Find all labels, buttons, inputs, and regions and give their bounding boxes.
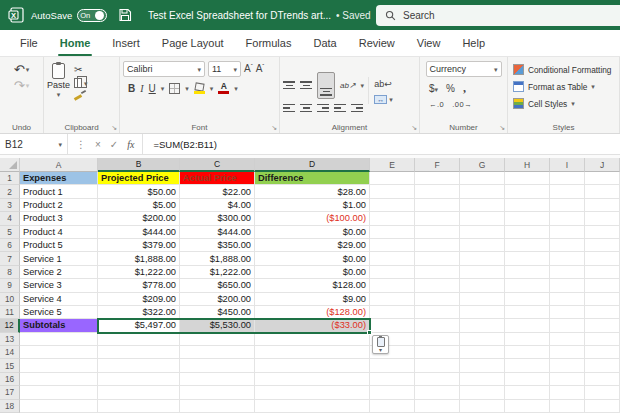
cell-I9[interactable] [550,279,585,292]
cell-H12[interactable] [505,319,550,332]
cell-C5[interactable]: $444.00 [180,226,255,239]
cell-D5[interactable]: $0.00 [255,226,370,239]
cell-J18[interactable] [585,400,620,413]
cell-G14[interactable] [460,346,505,359]
cell-D17[interactable] [255,386,370,399]
row-header-12[interactable]: 12 [0,319,20,332]
row-header-6[interactable]: 6 [0,239,20,252]
cell-H10[interactable] [505,293,550,306]
cell-I11[interactable] [550,306,585,319]
column-header-A[interactable]: A [20,158,98,172]
cell-C6[interactable]: $350.00 [180,239,255,252]
cell-B2[interactable]: $50.00 [98,185,180,198]
cell-B13[interactable] [98,333,180,346]
cell-G18[interactable] [460,400,505,413]
cell-I6[interactable] [550,239,585,252]
cell-C14[interactable] [180,346,255,359]
cell-F7[interactable] [415,252,460,265]
cell-A9[interactable]: Service 3 [20,279,98,292]
cell-G17[interactable] [460,386,505,399]
cell-J1[interactable] [585,172,620,185]
cell-B15[interactable] [98,359,180,372]
cell-A16[interactable] [20,373,98,386]
cell-G8[interactable] [460,266,505,279]
tab-view[interactable]: View [407,31,451,56]
italic-button[interactable]: I [140,83,143,94]
cell-F18[interactable] [415,400,460,413]
search-input[interactable]: Search [376,5,620,26]
cell-A17[interactable] [20,386,98,399]
align-right-button[interactable] [317,104,329,112]
cell-C4[interactable]: $300.00 [180,212,255,225]
cell-H9[interactable] [505,279,550,292]
cell-J15[interactable] [585,359,620,372]
cell-H8[interactable] [505,266,550,279]
accounting-format-button[interactable]: $▾ [429,83,438,94]
row-header-3[interactable]: 3 [0,199,20,212]
cell-B9[interactable]: $778.00 [98,279,180,292]
cell-A10[interactable]: Service 4 [20,293,98,306]
increase-font-size-button[interactable]: Aˆ [244,63,253,74]
cell-F14[interactable] [415,346,460,359]
cell-J4[interactable] [585,212,620,225]
cell-H2[interactable] [505,185,550,198]
cell-H11[interactable] [505,306,550,319]
cell-D4[interactable]: ($100.00) [255,212,370,225]
cell-I18[interactable] [550,400,585,413]
fill-color-button[interactable] [194,83,205,94]
alignment-dialog-launcher-icon[interactable]: ↘ [411,124,417,132]
cell-I1[interactable] [550,172,585,185]
font-color-button[interactable]: A [218,82,229,94]
column-header-D[interactable]: D [255,158,370,172]
cell-G15[interactable] [460,359,505,372]
cell-H16[interactable] [505,373,550,386]
cell-D1[interactable]: Difference [255,172,370,185]
cell-F3[interactable] [415,199,460,212]
tab-review[interactable]: Review [349,31,405,56]
cell-F9[interactable] [415,279,460,292]
cell-E10[interactable] [370,293,415,306]
cell-E12[interactable] [370,319,415,332]
cell-H6[interactable] [505,239,550,252]
cell-J17[interactable] [585,386,620,399]
select-all-corner[interactable] [0,158,20,172]
autosave-toggle[interactable]: On [77,9,107,22]
cell-B6[interactable]: $379.00 [98,239,180,252]
autosave-control[interactable]: AutoSave On [31,9,107,22]
cell-F8[interactable] [415,266,460,279]
increase-decimal-button[interactable]: ←.0 [429,100,444,109]
cell-B1[interactable]: Projected Price [98,172,180,185]
cell-J7[interactable] [585,252,620,265]
column-header-F[interactable]: F [415,158,460,172]
cell-F12[interactable] [415,319,460,332]
undo-button[interactable]: ↶▾ [14,61,29,77]
cell-B8[interactable]: $1,222.00 [98,266,180,279]
cell-E4[interactable] [370,212,415,225]
cell-A14[interactable] [20,346,98,359]
cell-A4[interactable]: Product 3 [20,212,98,225]
cell-B16[interactable] [98,373,180,386]
cell-B17[interactable] [98,386,180,399]
merge-center-button[interactable]: ↔ [374,95,387,104]
cell-A7[interactable]: Service 1 [20,252,98,265]
cell-B11[interactable]: $322.00 [98,306,180,319]
cell-H14[interactable] [505,346,550,359]
conditional-formatting-button[interactable]: Conditional Formatting [513,61,611,78]
cell-E6[interactable] [370,239,415,252]
cell-A15[interactable] [20,359,98,372]
cell-I12[interactable] [550,319,585,332]
tab-insert[interactable]: Insert [102,31,150,56]
cell-D11[interactable]: ($128.00) [255,306,370,319]
orientation-button[interactable]: ab↗ [340,81,356,90]
cell-B10[interactable]: $209.00 [98,293,180,306]
cell-J13[interactable] [585,333,620,346]
clipboard-dialog-launcher-icon[interactable]: ↘ [111,124,117,132]
cell-D9[interactable]: $128.00 [255,279,370,292]
cell-G12[interactable] [460,319,505,332]
cell-C9[interactable]: $650.00 [180,279,255,292]
cell-I17[interactable] [550,386,585,399]
row-header-14[interactable]: 14 [0,346,20,359]
cell-D15[interactable] [255,359,370,372]
cell-D6[interactable]: $29.00 [255,239,370,252]
cell-I16[interactable] [550,373,585,386]
